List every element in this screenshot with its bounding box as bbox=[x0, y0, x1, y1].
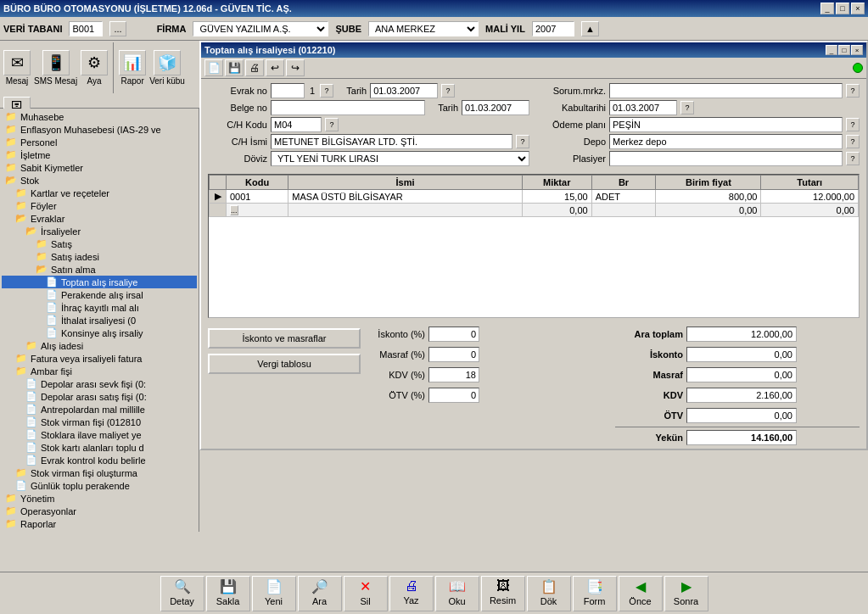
ch-kodu-input[interactable] bbox=[271, 117, 322, 132]
ch-kodu-q-btn[interactable]: ? bbox=[325, 118, 339, 131]
sidebar-item-evrak_kontrol[interactable]: 📄Evrak kontrol kodu belirle bbox=[2, 454, 197, 466]
sidebar-item-stok[interactable]: 📂Stok bbox=[2, 174, 197, 187]
sidebar-item-operasyonlar[interactable]: 📁Operasyonlar bbox=[2, 505, 197, 517]
iskonto-pct-input[interactable] bbox=[428, 327, 479, 342]
dialog-maximize[interactable]: □ bbox=[838, 45, 850, 55]
evrak-no-q-btn[interactable]: ? bbox=[320, 84, 333, 98]
sidebar-item-satin_alma[interactable]: 📂Satın alma bbox=[2, 263, 197, 276]
sorum-q-btn[interactable]: ? bbox=[846, 84, 860, 98]
sidebar-item-yonetim[interactable]: 📁Yönetim bbox=[2, 492, 197, 505]
sidebar-item-sabit_kiymetler[interactable]: 📁Sabit Kiymetler bbox=[2, 161, 197, 174]
sidebar-item-ambar_fisi[interactable]: 📁Ambar fişi bbox=[2, 365, 197, 377]
sorum-input[interactable] bbox=[609, 83, 843, 98]
sidebar-item-ithalat[interactable]: 📄İthalat irsaliyesi (0 bbox=[2, 314, 197, 327]
ara-button[interactable]: 🔎Ara bbox=[298, 576, 342, 611]
sidebar-item-raporlar[interactable]: 📁Raporlar bbox=[2, 517, 197, 530]
plasiyer-input[interactable] bbox=[609, 151, 843, 166]
dlg-refresh-btn[interactable]: ↩ bbox=[266, 59, 284, 76]
sidebar-item-isletme[interactable]: 📁İşletme bbox=[2, 148, 197, 161]
kabultarihi-q-btn[interactable]: ? bbox=[680, 101, 694, 114]
dlg-forward-btn[interactable]: ↪ bbox=[286, 59, 305, 76]
odeme-plani-q-btn[interactable]: ? bbox=[846, 118, 860, 131]
sidebar-item-depolar_satis[interactable]: 📄Depolar arası satış fişi (0: bbox=[2, 390, 197, 403]
sidebar-item-ihrac_kayitli[interactable]: 📄İhraç kayıtlı mal alı bbox=[2, 301, 197, 314]
sidebar-item-perakende_alis[interactable]: 📄Perakende alış irsal bbox=[2, 288, 197, 301]
mali-yil-up[interactable]: ▲ bbox=[581, 21, 599, 36]
sidebar-item-gunluk_toplu[interactable]: 📄Günlük toplu perakende bbox=[2, 479, 197, 492]
sidebar-item-satis_iadesi[interactable]: 📁Satış iadesi bbox=[2, 250, 197, 263]
depo-q-btn[interactable]: ? bbox=[846, 135, 860, 148]
evrak-no-input[interactable] bbox=[271, 83, 305, 98]
ch-ismi-input[interactable] bbox=[271, 134, 512, 149]
sidebar-item-toptan_alis[interactable]: 📄Toptan alış irsaliye bbox=[2, 276, 197, 288]
sidebar-item-konsinye[interactable]: 📄Konsinye alış irsaliy bbox=[2, 327, 197, 339]
iskonto-masraf-button[interactable]: İskonto ve masraflar bbox=[208, 328, 361, 349]
maximize-button[interactable]: □ bbox=[836, 3, 849, 14]
sms-tool[interactable]: 📱 SMS Mesaj bbox=[34, 50, 77, 86]
sidebar-item-satis[interactable]: 📁Satış bbox=[2, 237, 197, 250]
sidebar-item-kartlar[interactable]: 📁Kartlar ve reçeteler bbox=[2, 187, 197, 199]
depo-input[interactable] bbox=[609, 134, 843, 149]
odeme-plani-input[interactable] bbox=[609, 117, 843, 132]
sidebar-item-stok_virman[interactable]: 📄Stok virman fişi (012810 bbox=[2, 416, 197, 428]
table-row[interactable]: ... 0,00 0,00 0,00 bbox=[210, 204, 859, 217]
aya-tool[interactable]: ⚙ Aya bbox=[81, 50, 108, 86]
sidebar-icon-enflasyon: 📁 bbox=[5, 124, 17, 135]
tarih-input[interactable] bbox=[370, 83, 438, 98]
veri-tabani-input[interactable] bbox=[69, 21, 103, 36]
dlg-new-btn[interactable]: 📄 bbox=[204, 59, 223, 76]
kdv-pct-input[interactable] bbox=[428, 367, 479, 382]
sidebar-item-foyler[interactable]: 📁Föyler bbox=[2, 199, 197, 212]
vergi-tablosu-button[interactable]: Vergi tablosu bbox=[208, 354, 361, 374]
sidebar-item-personel[interactable]: 📁Personel bbox=[2, 136, 197, 148]
minimize-button[interactable]: _ bbox=[820, 3, 834, 14]
veri-tabani-btn[interactable]: ... bbox=[109, 21, 126, 36]
rapor-tool[interactable]: 📊 Rapor bbox=[119, 50, 146, 86]
form-button[interactable]: 📑Form bbox=[573, 576, 617, 611]
detay-button[interactable]: 🔍Detay bbox=[160, 576, 204, 611]
dok-button[interactable]: 📋Dök bbox=[527, 576, 571, 611]
kabultarihi-input[interactable] bbox=[609, 100, 677, 115]
sidebar-item-depolar_sevk[interactable]: 📄Depolar arası sevk fişi (0: bbox=[2, 377, 197, 390]
once-button[interactable]: ◀Önce bbox=[619, 576, 663, 611]
close-button[interactable]: × bbox=[851, 3, 865, 14]
tarih-q-btn[interactable]: ? bbox=[441, 84, 455, 98]
sidebar-item-fatura_irsaliyeli[interactable]: 📁Fatura veya irsaliyeli fatura bbox=[2, 352, 197, 365]
dialog-close[interactable]: × bbox=[851, 45, 863, 55]
sidebar-item-stok_karti[interactable]: 📄Stok kartı alanları toplu d bbox=[2, 441, 197, 454]
plasiyer-q-btn[interactable]: ? bbox=[846, 152, 860, 165]
table-row[interactable]: ▶ 0001 MASA ÜSTÜ BİLGİSAYAR 15,00 ADET 8… bbox=[210, 190, 859, 204]
veri-kubu-tool[interactable]: 🧊 Veri kübu bbox=[149, 50, 185, 86]
sidebar-item-muhasebe[interactable]: 📁Muhasebe bbox=[2, 110, 197, 123]
sidebar-item-antrepo[interactable]: 📄Antrepolardan mal millille bbox=[2, 403, 197, 416]
sidebar-label-konsinye: Konsinye alış irsaliy bbox=[61, 328, 143, 338]
sidebar-item-evraklar[interactable]: 📂Evraklar bbox=[2, 212, 197, 225]
dialog-minimize[interactable]: _ bbox=[826, 45, 837, 55]
dlg-save-btn[interactable]: 💾 bbox=[225, 59, 244, 76]
mali-yil-input[interactable] bbox=[532, 21, 574, 36]
firma-select[interactable]: GÜVEN YAZILIM A.Ş. bbox=[193, 21, 328, 36]
sidebar-label-sabit_kiymetler: Sabit Kiymetler bbox=[20, 163, 83, 173]
dlg-print-btn[interactable]: 🖨 bbox=[245, 59, 264, 76]
tarih2-input[interactable] bbox=[462, 100, 529, 115]
sidebar-item-stok_virman_olusturma[interactable]: 📁Stok virman fişi oluşturma bbox=[2, 466, 197, 479]
doviz-select[interactable]: YTL YENİ TURK LIRASI bbox=[271, 151, 529, 166]
mesaj-tool[interactable]: ✉ Mesaj bbox=[3, 50, 31, 86]
ch-ismi-q-btn[interactable]: ? bbox=[516, 135, 529, 148]
yaz-button[interactable]: 🖨Yaz bbox=[389, 576, 434, 611]
belge-no-input[interactable] bbox=[271, 100, 425, 115]
oku-button[interactable]: 📖Oku bbox=[435, 576, 479, 611]
sonra-button[interactable]: ▶Sonra bbox=[664, 576, 708, 611]
sidebar-item-alis_iadesi[interactable]: 📁Alış iadesi bbox=[2, 339, 197, 352]
sidebar-item-irsaliyeler[interactable]: 📂İrsaliyeler bbox=[2, 225, 197, 237]
sidebar-item-enflasyon[interactable]: 📁Enflasyon Muhasebesi (IAS-29 ve bbox=[2, 123, 197, 136]
sakla-button[interactable]: 💾Sakla bbox=[206, 576, 250, 611]
otv-pct-input[interactable] bbox=[428, 388, 479, 403]
sube-select[interactable]: ANA MERKEZ bbox=[368, 21, 479, 36]
row-dots-btn[interactable]: ... bbox=[230, 205, 238, 215]
masraf-pct-input[interactable] bbox=[428, 347, 479, 362]
sil-button[interactable]: ✕Sil bbox=[344, 576, 388, 611]
resim-button[interactable]: 🖼Resim bbox=[481, 576, 525, 611]
yeni-button[interactable]: 📄Yeni bbox=[252, 576, 296, 611]
sidebar-item-stoklara_ilave[interactable]: 📄Stoklara ilave maliyet ye bbox=[2, 428, 197, 441]
